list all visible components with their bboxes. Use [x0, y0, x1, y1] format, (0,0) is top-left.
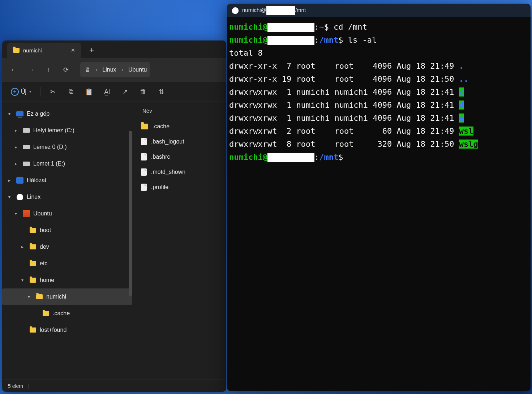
folder-icon: [29, 226, 37, 234]
folder-icon: [29, 326, 37, 334]
tree-label: Ez a gép: [27, 111, 50, 117]
tree-label: lost+found: [40, 327, 66, 333]
chevron-right-icon: ›: [95, 67, 97, 73]
tree-item-dev[interactable]: ▸dev: [2, 239, 132, 255]
chevron-icon: ▸: [12, 128, 20, 133]
drive-icon: [22, 143, 30, 151]
refresh-button[interactable]: ⟳: [58, 62, 74, 78]
tree-label: .cache: [53, 310, 70, 317]
tab-numichi[interactable]: numichi ✕: [7, 43, 81, 58]
tree-label: Lemet 1 (E:): [33, 160, 65, 167]
scrollbar[interactable]: [129, 131, 132, 296]
folder-icon: [141, 124, 148, 129]
tree-label: Hálózat: [27, 177, 46, 184]
tree-item-ubuntu[interactable]: ▾Ubuntu: [2, 205, 132, 222]
tree-item-h-l-zat[interactable]: ▸Hálózat: [2, 172, 132, 189]
tree-label: Lemez 0 (D:): [33, 144, 66, 150]
copy-button[interactable]: ⧉: [63, 85, 79, 99]
tree-item-lemez-0-d-[interactable]: ▸Lemez 0 (D:): [2, 139, 132, 155]
column-header-name[interactable]: Név: [132, 106, 226, 119]
status-bar: 5 elem |: [2, 380, 226, 392]
file-row[interactable]: .motd_shown: [132, 164, 226, 180]
tree-item-ez-a-g-p[interactable]: ▾Ez a gép: [2, 106, 132, 122]
file-name: .bashrc: [151, 154, 170, 160]
file-name: .motd_shown: [151, 169, 185, 175]
tree-item-etc[interactable]: etc: [2, 255, 132, 272]
cut-button[interactable]: ✂: [45, 85, 61, 99]
tree-item-numichi[interactable]: ▾numichi: [2, 288, 132, 305]
tab-strip: numichi ✕ +: [2, 40, 226, 58]
net-icon: [16, 176, 24, 184]
file-row[interactable]: .profile: [132, 180, 226, 195]
delete-button[interactable]: 🗑: [135, 85, 151, 99]
tree-label: numichi: [46, 294, 66, 300]
new-button[interactable]: + Új ▾: [7, 85, 36, 99]
folder-icon: [29, 276, 37, 284]
tree-label: home: [40, 277, 54, 283]
chevron-icon: ▸: [12, 145, 20, 150]
tree-item-lost-found[interactable]: lost+found: [2, 322, 132, 338]
nav-bar: ← → ↑ ⟳ 🖥 › Linux › Ubuntu: [2, 58, 226, 82]
file-icon: [141, 153, 147, 160]
chevron-icon: ▸: [6, 178, 13, 183]
tree-item-boot[interactable]: boot: [2, 222, 132, 239]
file-icon: [141, 138, 147, 145]
chevron-icon: ▸: [19, 244, 26, 249]
tree-label: Linux: [27, 194, 40, 200]
new-tab-button[interactable]: +: [85, 43, 99, 58]
folder-icon: [29, 260, 37, 267]
up-button[interactable]: ↑: [40, 62, 56, 78]
pc-icon: [16, 110, 24, 118]
file-explorer-window: numichi ✕ + ← → ↑ ⟳ 🖥 › Linux › Ubuntu +…: [2, 40, 226, 392]
tree-item-linux[interactable]: ▾Linux: [2, 189, 132, 205]
file-list: Név .cache.bash_logout.bashrc.motd_shown…: [132, 102, 226, 380]
back-button[interactable]: ←: [6, 62, 22, 78]
sidebar: ▾Ez a gép▸Helyi lemez (C:)▸Lemez 0 (D:)▸…: [2, 102, 132, 380]
file-icon: [141, 168, 147, 176]
rename-button[interactable]: A̲I: [99, 85, 115, 99]
monitor-icon: 🖥: [85, 67, 90, 73]
chevron-down-icon: ▾: [29, 89, 31, 94]
file-name: .bash_logout: [151, 138, 184, 145]
new-label: Új: [21, 89, 26, 95]
drive-icon: [22, 160, 30, 168]
terminal-window: numichi@/mnt numichi@:~$ cd /mnt numichi…: [227, 4, 531, 391]
paste-button[interactable]: 📋: [81, 85, 97, 99]
tree-item-helyi-lemez-c-[interactable]: ▸Helyi lemez (C:): [2, 122, 132, 139]
chevron-icon: ▾: [12, 211, 20, 216]
toolbar: + Új ▾ ✂ ⧉ 📋 A̲I ↗ 🗑 ⇅: [2, 82, 226, 102]
chevron-icon: ▸: [12, 161, 20, 166]
forward-button[interactable]: →: [23, 62, 39, 78]
breadcrumb-item[interactable]: Linux: [102, 67, 116, 73]
terminal-titlebar[interactable]: numichi@/mnt: [227, 4, 531, 17]
tree-label: Helyi lemez (C:): [33, 127, 74, 134]
chevron-right-icon: ›: [121, 67, 123, 73]
chevron-icon: ▾: [6, 194, 13, 200]
tree-item-home[interactable]: ▾home: [2, 272, 132, 288]
folder-icon: [35, 293, 43, 301]
tab-title: numichi: [23, 47, 42, 53]
drive-icon: [22, 127, 30, 134]
folder-icon: [13, 48, 20, 53]
tux-icon: [232, 7, 239, 14]
sort-button[interactable]: ⇅: [153, 85, 169, 99]
tux-icon: [16, 193, 24, 201]
chevron-icon: ▾: [19, 278, 26, 283]
terminal-title: numichi@/mnt: [242, 6, 306, 15]
terminal-output[interactable]: numichi@:~$ cd /mnt numichi@:/mnt$ ls -a…: [227, 17, 531, 391]
share-button[interactable]: ↗: [117, 85, 133, 99]
breadcrumb[interactable]: 🖥 › Linux › Ubuntu: [80, 62, 150, 77]
file-row[interactable]: .cache: [132, 119, 226, 134]
tree-item-lemet-1-e-[interactable]: ▸Lemet 1 (E:): [2, 155, 132, 172]
chevron-icon: ▾: [6, 111, 13, 116]
tree-item--cache[interactable]: .cache: [2, 305, 132, 322]
close-icon[interactable]: ✕: [71, 47, 75, 53]
tree-label: etc: [40, 260, 47, 267]
plus-circle-icon: +: [11, 88, 19, 96]
folder-icon: [29, 243, 37, 251]
file-row[interactable]: .bashrc: [132, 149, 226, 164]
breadcrumb-item[interactable]: Ubuntu: [128, 67, 147, 73]
chevron-icon: ▾: [25, 294, 33, 299]
item-count: 5 elem: [8, 383, 23, 389]
file-row[interactable]: .bash_logout: [132, 134, 226, 149]
